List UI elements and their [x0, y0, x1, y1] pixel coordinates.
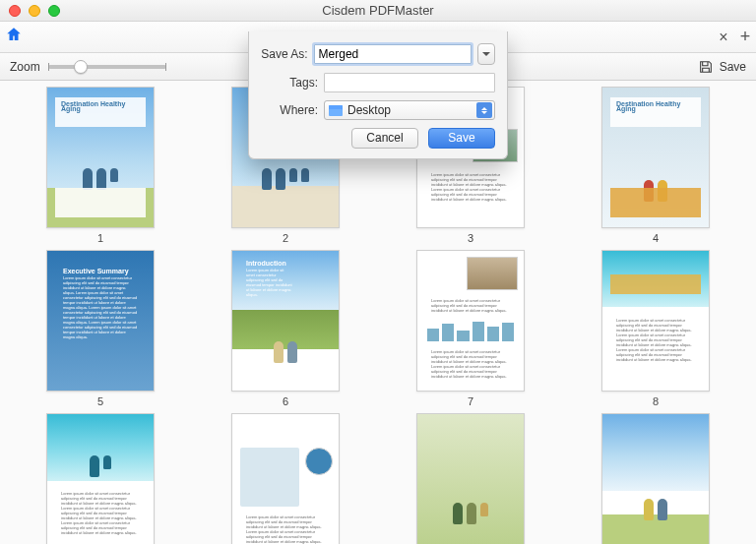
page-thumbnail[interactable]: IntroductionLorem ipsum dolor sit amet c… — [213, 250, 358, 407]
page-number: 5 — [97, 395, 103, 407]
titlebar: Cisdem PDFMaster — [0, 0, 756, 22]
page-thumbnail[interactable]: Destination Healthy Aging 4 — [583, 87, 728, 244]
page-preview: Lorem ipsum dolor sit amet consectetur a… — [601, 250, 710, 392]
page-preview: Destination Healthy Aging — [601, 87, 710, 228]
expand-save-panel-button[interactable] — [477, 43, 495, 65]
chevron-updown-icon — [476, 102, 492, 118]
page-thumbnail[interactable]: Executive SummaryLorem ipsum dolor sit a… — [28, 250, 173, 407]
page-number: 7 — [468, 395, 473, 407]
close-tab-icon[interactable]: × — [713, 29, 734, 46]
add-tab-icon[interactable]: + — [734, 27, 756, 47]
page-number: 8 — [653, 395, 659, 407]
page-number: 1 — [97, 232, 103, 244]
page-thumbnail[interactable]: 12 — [583, 413, 728, 544]
save-as-label: Save As: — [261, 47, 308, 61]
page-thumbnail[interactable]: Lorem ipsum dolor sit amet consectetur a… — [213, 413, 358, 544]
folder-icon — [329, 105, 343, 116]
save-confirm-button[interactable]: Save — [428, 128, 495, 149]
page-preview: Executive SummaryLorem ipsum dolor sit a… — [46, 250, 155, 392]
tags-input[interactable] — [324, 73, 495, 92]
save-button-label: Save — [720, 60, 746, 74]
page-thumbnail[interactable]: 11 — [398, 413, 543, 544]
page-preview: Lorem ipsum dolor sit amet consectetur a… — [416, 250, 525, 392]
window-title: Cisdem PDFMaster — [0, 3, 756, 18]
page-preview: IntroductionLorem ipsum dolor sit amet c… — [231, 250, 340, 392]
zoom-slider[interactable] — [48, 65, 166, 69]
save-button[interactable]: Save — [698, 59, 746, 75]
page-number: 6 — [283, 395, 288, 407]
page-preview — [601, 413, 710, 544]
where-label: Where: — [261, 103, 318, 117]
page-number: 2 — [283, 232, 288, 244]
page-thumbnail[interactable]: Destination Healthy Aging 1 — [28, 87, 173, 244]
page-preview: Lorem ipsum dolor sit amet consectetur a… — [46, 413, 155, 544]
page-number: 3 — [468, 232, 473, 244]
cancel-button[interactable]: Cancel — [351, 128, 418, 149]
where-select[interactable]: Desktop — [324, 100, 495, 120]
zoom-slider-thumb[interactable] — [74, 60, 88, 74]
page-preview — [416, 413, 525, 544]
page-preview: Lorem ipsum dolor sit amet consectetur a… — [231, 413, 340, 544]
page-thumbnail[interactable]: Lorem ipsum dolor sit amet consectetur a… — [28, 413, 173, 544]
page-preview: Destination Healthy Aging — [46, 87, 155, 228]
save-sheet: Save As: Tags: Where: Desktop Cancel Sav… — [248, 31, 508, 159]
page-number: 4 — [653, 232, 659, 244]
save-as-input[interactable] — [314, 44, 472, 64]
page-thumbnail[interactable]: Lorem ipsum dolor sit amet consectetur a… — [398, 250, 543, 407]
save-icon — [698, 59, 714, 75]
zoom-label: Zoom — [10, 60, 40, 74]
where-value: Desktop — [347, 103, 391, 117]
home-icon[interactable] — [0, 26, 28, 48]
tags-label: Tags: — [261, 76, 318, 90]
page-thumbnail[interactable]: Lorem ipsum dolor sit amet consectetur a… — [583, 250, 728, 407]
